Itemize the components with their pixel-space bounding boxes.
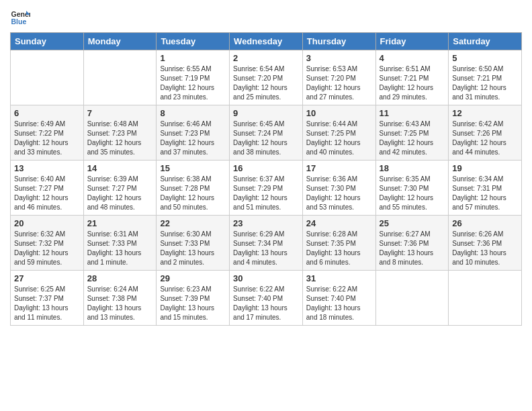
sunset: Sunset: 7:36 PM <box>452 240 502 247</box>
day-number: 13 <box>14 163 80 173</box>
day-number: 24 <box>306 218 372 228</box>
calendar-cell <box>11 50 84 105</box>
day-number: 7 <box>87 108 153 118</box>
calendar-cell: 23 Sunrise: 6:29 AM Sunset: 7:34 PM Dayl… <box>230 216 303 271</box>
calendar-cell: 3 Sunrise: 6:53 AM Sunset: 7:20 PM Dayli… <box>302 50 375 105</box>
cell-content: Sunrise: 6:30 AM Sunset: 7:33 PM Dayligh… <box>160 230 226 267</box>
cell-content: Sunrise: 6:24 AM Sunset: 7:38 PM Dayligh… <box>87 285 153 322</box>
sunrise: Sunrise: 6:25 AM <box>14 285 65 293</box>
calendar-header-row: Sunday Monday Tuesday Wednesday Thursday… <box>11 33 522 50</box>
sunrise: Sunrise: 6:32 AM <box>14 230 65 238</box>
cell-content: Sunrise: 6:22 AM Sunset: 7:40 PM Dayligh… <box>306 285 372 322</box>
calendar-week-row: 13 Sunrise: 6:40 AM Sunset: 7:27 PM Dayl… <box>11 161 522 216</box>
cell-content: Sunrise: 6:43 AM Sunset: 7:25 PM Dayligh… <box>380 120 445 157</box>
sunrise: Sunrise: 6:46 AM <box>160 120 211 128</box>
cell-content: Sunrise: 6:45 AM Sunset: 7:24 PM Dayligh… <box>233 120 299 157</box>
daylight: Daylight: 12 hours and 35 minutes. <box>87 139 142 156</box>
day-number: 10 <box>306 108 372 118</box>
calendar-cell: 19 Sunrise: 6:34 AM Sunset: 7:31 PM Dayl… <box>449 161 522 216</box>
sunset: Sunset: 7:31 PM <box>452 185 502 192</box>
cell-content: Sunrise: 6:39 AM Sunset: 7:27 PM Dayligh… <box>87 175 153 212</box>
calendar-cell: 21 Sunrise: 6:31 AM Sunset: 7:33 PM Dayl… <box>83 216 157 271</box>
cell-content: Sunrise: 6:44 AM Sunset: 7:25 PM Dayligh… <box>306 120 372 157</box>
sunset: Sunset: 7:30 PM <box>306 185 356 192</box>
day-number: 6 <box>14 108 80 118</box>
daylight: Daylight: 12 hours and 27 minutes. <box>306 84 361 101</box>
col-wednesday: Wednesday <box>230 33 303 50</box>
day-number: 3 <box>306 53 372 63</box>
sunrise: Sunrise: 6:24 AM <box>87 285 138 293</box>
sunset: Sunset: 7:38 PM <box>87 295 137 302</box>
calendar-cell: 9 Sunrise: 6:45 AM Sunset: 7:24 PM Dayli… <box>230 105 303 161</box>
calendar-cell: 17 Sunrise: 6:36 AM Sunset: 7:30 PM Dayl… <box>302 161 375 216</box>
day-number: 14 <box>87 163 153 173</box>
sunset: Sunset: 7:40 PM <box>233 295 283 302</box>
day-number: 2 <box>233 53 299 63</box>
calendar-cell <box>375 271 449 326</box>
cell-content: Sunrise: 6:38 AM Sunset: 7:28 PM Dayligh… <box>160 175 226 212</box>
daylight: Daylight: 12 hours and 48 minutes. <box>87 194 142 211</box>
day-number: 21 <box>87 218 153 228</box>
cell-content: Sunrise: 6:36 AM Sunset: 7:30 PM Dayligh… <box>306 175 372 212</box>
daylight: Daylight: 12 hours and 59 minutes. <box>14 249 69 266</box>
day-number: 29 <box>160 273 226 283</box>
sunrise: Sunrise: 6:48 AM <box>87 120 138 128</box>
day-number: 5 <box>452 53 518 63</box>
col-saturday: Saturday <box>449 33 522 50</box>
sunset: Sunset: 7:23 PM <box>87 130 137 137</box>
cell-content: Sunrise: 6:48 AM Sunset: 7:23 PM Dayligh… <box>87 120 153 157</box>
daylight: Daylight: 12 hours and 33 minutes. <box>14 139 69 156</box>
sunrise: Sunrise: 6:38 AM <box>160 175 211 183</box>
day-number: 31 <box>306 273 372 283</box>
col-monday: Monday <box>83 33 157 50</box>
sunset: Sunset: 7:33 PM <box>160 240 210 247</box>
cell-content: Sunrise: 6:49 AM Sunset: 7:22 PM Dayligh… <box>14 120 80 157</box>
calendar-cell: 18 Sunrise: 6:35 AM Sunset: 7:30 PM Dayl… <box>375 161 449 216</box>
sunrise: Sunrise: 6:42 AM <box>452 120 503 128</box>
cell-content: Sunrise: 6:23 AM Sunset: 7:39 PM Dayligh… <box>160 285 226 322</box>
calendar-cell: 4 Sunrise: 6:51 AM Sunset: 7:21 PM Dayli… <box>375 50 449 105</box>
cell-content: Sunrise: 6:26 AM Sunset: 7:36 PM Dayligh… <box>452 230 518 267</box>
daylight: Daylight: 13 hours and 6 minutes. <box>306 249 361 266</box>
sunset: Sunset: 7:25 PM <box>380 130 429 137</box>
daylight: Daylight: 13 hours and 13 minutes. <box>87 304 142 321</box>
daylight: Daylight: 12 hours and 23 minutes. <box>160 84 214 101</box>
day-number: 27 <box>14 273 80 283</box>
sunset: Sunset: 7:26 PM <box>452 130 502 137</box>
cell-content: Sunrise: 6:54 AM Sunset: 7:20 PM Dayligh… <box>233 64 299 102</box>
calendar-cell: 29 Sunrise: 6:23 AM Sunset: 7:39 PM Dayl… <box>157 271 230 326</box>
calendar-week-row: 20 Sunrise: 6:32 AM Sunset: 7:32 PM Dayl… <box>11 216 522 271</box>
calendar-cell: 7 Sunrise: 6:48 AM Sunset: 7:23 PM Dayli… <box>83 105 157 161</box>
sunset: Sunset: 7:33 PM <box>87 240 137 247</box>
sunset: Sunset: 7:20 PM <box>233 75 283 82</box>
sunrise: Sunrise: 6:55 AM <box>160 65 211 73</box>
cell-content: Sunrise: 6:37 AM Sunset: 7:29 PM Dayligh… <box>233 175 299 212</box>
sunset: Sunset: 7:27 PM <box>14 185 64 192</box>
calendar-cell: 11 Sunrise: 6:43 AM Sunset: 7:25 PM Dayl… <box>375 105 449 161</box>
sunrise: Sunrise: 6:22 AM <box>233 285 284 293</box>
calendar-cell: 28 Sunrise: 6:24 AM Sunset: 7:38 PM Dayl… <box>83 271 157 326</box>
sunrise: Sunrise: 6:45 AM <box>233 120 284 128</box>
daylight: Daylight: 12 hours and 55 minutes. <box>380 194 434 211</box>
daylight: Daylight: 13 hours and 15 minutes. <box>160 304 214 321</box>
sunset: Sunset: 7:19 PM <box>160 75 210 82</box>
calendar-cell: 14 Sunrise: 6:39 AM Sunset: 7:27 PM Dayl… <box>83 161 157 216</box>
day-number: 8 <box>160 108 226 118</box>
sunset: Sunset: 7:23 PM <box>160 130 210 137</box>
sunset: Sunset: 7:40 PM <box>306 295 356 302</box>
calendar-week-row: 6 Sunrise: 6:49 AM Sunset: 7:22 PM Dayli… <box>11 105 522 161</box>
logo: General Blue <box>10 7 33 27</box>
cell-content: Sunrise: 6:28 AM Sunset: 7:35 PM Dayligh… <box>306 230 372 267</box>
day-number: 23 <box>233 218 299 228</box>
daylight: Daylight: 12 hours and 40 minutes. <box>306 139 361 156</box>
sunrise: Sunrise: 6:54 AM <box>233 65 284 73</box>
cell-content: Sunrise: 6:27 AM Sunset: 7:36 PM Dayligh… <box>380 230 445 267</box>
sunset: Sunset: 7:21 PM <box>380 75 429 82</box>
col-sunday: Sunday <box>11 33 84 50</box>
calendar-cell: 31 Sunrise: 6:22 AM Sunset: 7:40 PM Dayl… <box>302 271 375 326</box>
calendar-cell <box>449 271 522 326</box>
sunrise: Sunrise: 6:29 AM <box>233 230 284 238</box>
day-number: 17 <box>306 163 372 173</box>
col-friday: Friday <box>375 33 449 50</box>
day-number: 15 <box>160 163 226 173</box>
